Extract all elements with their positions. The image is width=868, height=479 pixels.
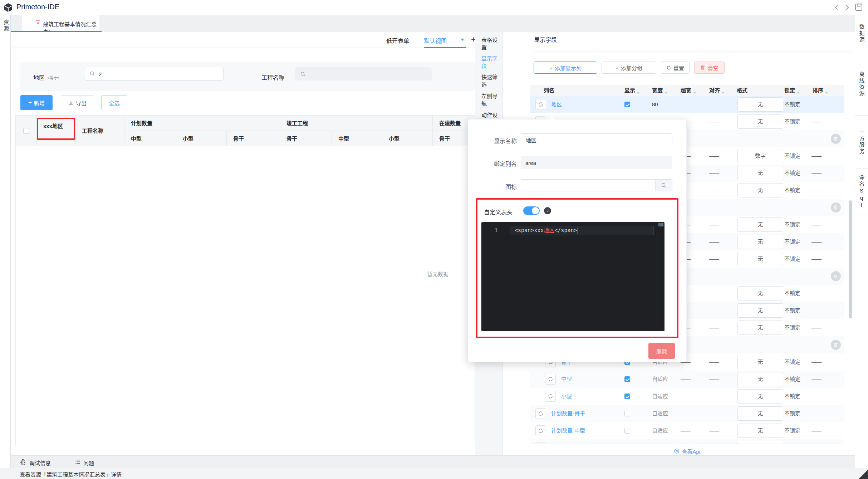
area-search-input[interactable] — [98, 67, 222, 81]
align-value: —— — [709, 422, 719, 439]
sync-column-icon[interactable] — [545, 391, 556, 402]
align-value: —— — [709, 182, 719, 199]
sync-column-icon[interactable] — [545, 374, 556, 385]
sub-header-cell: 中型 — [332, 131, 382, 146]
format-button[interactable]: 无 — [737, 183, 783, 197]
tab-lowcode-form[interactable]: 低开表单 — [386, 36, 409, 45]
clear-button[interactable]: 清空 — [694, 62, 725, 74]
display-checkbox[interactable] — [624, 411, 630, 416]
right-toolbar-item-1[interactable]: 数据源 — [855, 15, 868, 52]
code-text: </span> — [554, 227, 577, 234]
settings-menu-quick-filter[interactable]: 快速筛选 — [481, 73, 502, 88]
settings-field-row: 地区80————无不锁定—— — [530, 96, 844, 113]
select-all-checkbox[interactable] — [23, 128, 29, 134]
format-button[interactable]: 无 — [737, 114, 783, 129]
add-display-column-button[interactable]: +添加显示列 — [534, 62, 597, 74]
format-button[interactable]: 无 — [737, 217, 783, 232]
format-button[interactable]: 无 — [737, 97, 783, 112]
width-value: 自适应 — [652, 371, 668, 388]
delete-column-button[interactable]: 删除 — [648, 343, 675, 359]
format-button[interactable]: 无 — [737, 303, 783, 318]
format-button[interactable]: 无 — [737, 252, 783, 266]
tab-active[interactable]: 建筑工程基本情况汇总表* × — [22, 15, 99, 32]
chevron-down-icon[interactable] — [461, 39, 464, 43]
add-view-button[interactable]: + — [471, 34, 475, 44]
sub-header-cell: 中型 — [124, 131, 176, 146]
display-checkbox[interactable] — [624, 376, 630, 382]
format-button[interactable]: 无 — [737, 406, 783, 421]
display-checkbox[interactable] — [624, 394, 630, 399]
column-name-link[interactable]: 计划数量-中型 — [551, 422, 585, 439]
status-bar: 查看资源「建筑工程基本情况汇总表」详情 — [0, 468, 868, 479]
sidebar-item-resources[interactable]: 资源 — [2, 19, 10, 32]
tab-default-view[interactable]: 默认视图 — [424, 36, 447, 45]
problems-button[interactable]: 问题 — [83, 459, 94, 466]
dropdown-caret-icon[interactable] — [797, 92, 800, 95]
dropdown-caret-icon[interactable] — [722, 92, 725, 95]
sync-column-icon[interactable] — [535, 99, 546, 110]
code-editor[interactable]: 1 <span>xxx地区</span> — [481, 222, 665, 331]
dropdown-caret-icon[interactable] — [825, 92, 828, 95]
format-button[interactable]: 无 — [737, 235, 783, 249]
sync-column-icon[interactable] — [535, 425, 546, 436]
view-api-link[interactable]: 查看Api — [530, 446, 844, 456]
project-search-input[interactable] — [309, 67, 431, 81]
sync-column-icon[interactable] — [535, 408, 546, 419]
resize-handle[interactable] — [859, 470, 868, 479]
sub-header-cell: 小型 — [176, 131, 227, 146]
add-group-button[interactable]: +添加分组 — [602, 62, 656, 74]
format-button[interactable]: 无 — [737, 166, 783, 180]
sort-value: —— — [811, 388, 821, 405]
primeton-ide-window: Primeton-IDE 资源 建筑工程基本情况汇总表* × 低开表单 默认视图… — [0, 0, 868, 479]
nav-forward-icon[interactable] — [843, 4, 850, 11]
dropdown-caret-icon[interactable] — [693, 92, 696, 95]
custom-header-toggle[interactable] — [523, 206, 540, 215]
column-name-link[interactable]: 计划数量-骨干 — [551, 405, 585, 422]
delete-group-button[interactable] — [831, 271, 841, 281]
save-icon[interactable] — [855, 3, 863, 11]
column-name-link[interactable]: 小型 — [561, 388, 572, 405]
display-name-input[interactable] — [521, 134, 672, 146]
select-all-button[interactable]: 全选 — [101, 95, 127, 110]
scrollbar-thumb[interactable] — [849, 200, 852, 318]
delete-group-button[interactable] — [831, 134, 841, 144]
display-checkbox[interactable] — [624, 428, 630, 434]
tab-close-icon[interactable]: × — [92, 20, 95, 26]
sort-value: —— — [811, 216, 821, 233]
bound-column-input[interactable] — [521, 156, 672, 169]
settings-menu-left-nav[interactable]: 左侧导航 — [481, 92, 502, 107]
area-filter-label: 地区 — [33, 73, 45, 82]
format-button[interactable]: 无 — [737, 372, 783, 386]
right-toolbar-item-4[interactable]: 命名Sql — [855, 168, 868, 215]
info-icon[interactable]: i — [544, 207, 551, 214]
bug-icon — [20, 459, 26, 465]
nav-back-icon[interactable] — [833, 4, 840, 11]
delete-group-button[interactable] — [831, 202, 841, 212]
column-name-link[interactable]: 中型 — [561, 371, 572, 388]
format-button[interactable]: 无 — [737, 389, 783, 404]
export-button[interactable]: 导出 — [61, 95, 94, 110]
debug-info-button[interactable]: 调试信息 — [29, 459, 51, 466]
format-button[interactable]: 无 — [737, 441, 783, 444]
format-button[interactable]: 无 — [737, 424, 783, 438]
column-name-link[interactable]: 地区 — [551, 96, 562, 113]
format-button[interactable]: 无 — [737, 286, 783, 300]
settings-menu-display-fields[interactable]: 显示字段 — [481, 54, 502, 69]
download-icon — [68, 100, 74, 106]
icon-input[interactable] — [521, 180, 672, 191]
right-toolbar-item-3[interactable]: 三方服务 — [855, 115, 868, 168]
dropdown-caret-icon[interactable] — [637, 92, 640, 95]
add-record-button[interactable]: + 新增 — [20, 95, 53, 110]
right-toolbar-item-2[interactable]: 离线资源 — [855, 52, 868, 116]
icon-search-button[interactable] — [655, 180, 672, 191]
reset-button[interactable]: 重置 — [661, 62, 690, 74]
format-button[interactable]: 无 — [737, 321, 783, 335]
format-button[interactable]: 数字 — [737, 149, 783, 163]
sub-header-cell: 骨干 — [280, 131, 332, 146]
display-checkbox[interactable] — [624, 102, 630, 107]
format-button[interactable]: 无 — [737, 355, 783, 369]
delete-group-button[interactable] — [831, 340, 841, 350]
dropdown-caret-icon[interactable] — [665, 92, 667, 95]
sort-value: —— — [811, 371, 821, 388]
bound-column-field — [521, 156, 672, 169]
